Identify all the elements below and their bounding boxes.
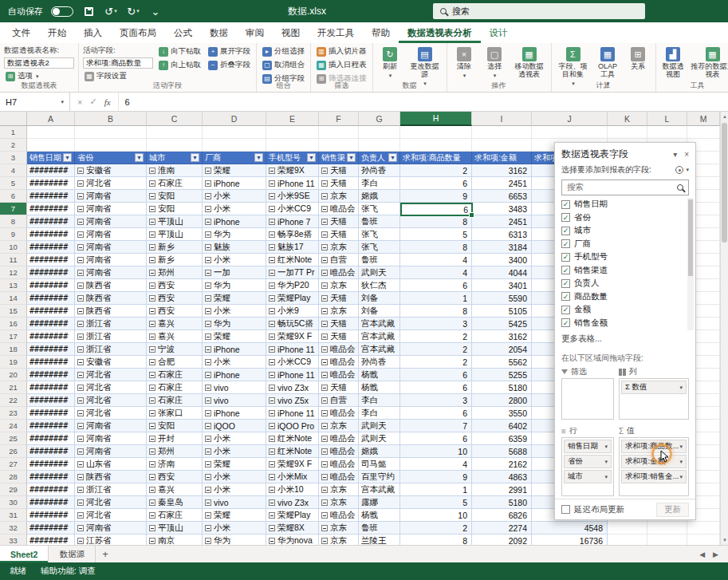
collapse-icon[interactable] — [321, 474, 328, 480]
cell-A27[interactable]: ######## — [27, 458, 75, 471]
cell-E33[interactable]: 华为nova — [266, 535, 319, 545]
cell-I21[interactable]: 5180 — [472, 381, 532, 394]
cell-H1[interactable] — [400, 126, 472, 139]
cell-B27[interactable]: 山东省 — [75, 458, 147, 471]
cell-H30[interactable]: 5 — [400, 496, 472, 509]
collapse-icon[interactable] — [77, 436, 84, 442]
collapse-icon[interactable] — [149, 206, 155, 212]
cell-L33[interactable] — [647, 535, 687, 545]
collapse-icon[interactable] — [269, 410, 275, 416]
cell-D13[interactable]: 华为 — [203, 279, 266, 292]
collapse-icon[interactable] — [321, 193, 328, 199]
collapse-icon[interactable] — [149, 410, 155, 416]
cell-I26[interactable]: 5688 — [472, 445, 532, 458]
cell-I10[interactable]: 3184 — [472, 241, 532, 254]
cell-E17[interactable]: 荣耀9X F — [266, 330, 319, 343]
filter-dropdown-icon[interactable]: ▼ — [347, 153, 356, 162]
cell-B4[interactable]: 安徽省 — [75, 164, 147, 177]
cell-E27[interactable]: 荣耀9X F — [266, 458, 319, 471]
collapse-icon[interactable] — [149, 525, 155, 531]
cell-C15[interactable]: 西安 — [147, 305, 203, 318]
cell-H5[interactable]: 6 — [400, 177, 472, 190]
checkbox-checked-icon[interactable]: ✓ — [561, 318, 570, 327]
cell-D9[interactable]: 华为 — [203, 228, 266, 241]
cell-C4[interactable]: 淮南 — [147, 164, 203, 177]
collapse-icon[interactable] — [269, 499, 275, 506]
cell-F24[interactable]: 京东 — [319, 420, 359, 432]
collapse-icon[interactable] — [269, 385, 275, 391]
collapse-icon[interactable] — [77, 410, 84, 416]
collapse-icon[interactable] — [269, 397, 275, 404]
row-header-14[interactable]: 14 — [0, 292, 27, 305]
field-item-商品数量[interactable]: ✓商品数量 — [561, 290, 684, 304]
collapse-icon[interactable] — [205, 359, 211, 365]
cell-F32[interactable]: 京东 — [319, 522, 359, 535]
cell-A22[interactable]: ######## — [27, 394, 75, 407]
collapse-icon[interactable] — [269, 193, 275, 199]
defer-layout-checkbox[interactable] — [561, 505, 570, 514]
cell-D27[interactable]: 荣耀 — [203, 458, 266, 471]
cell-D32[interactable]: 小米 — [203, 522, 266, 535]
cell-H17[interactable]: 2 — [400, 330, 472, 343]
cell-I4[interactable]: 3162 — [472, 164, 532, 177]
collapse-icon[interactable] — [77, 193, 84, 199]
collapse-icon[interactable] — [321, 461, 328, 468]
field-item-销售金额[interactable]: ✓销售金额 — [561, 317, 684, 330]
cell-F22[interactable]: 自营 — [319, 394, 359, 407]
more-tables-link[interactable]: 更多表格... — [555, 330, 695, 348]
cell-A12[interactable]: ######## — [27, 266, 75, 279]
collapse-icon[interactable] — [321, 372, 328, 378]
collapse-icon[interactable] — [269, 321, 275, 327]
cell-B21[interactable]: 河北省 — [75, 381, 147, 394]
gear-icon[interactable] — [675, 166, 683, 174]
row-header-25[interactable]: 25 — [0, 432, 27, 445]
filter-dropdown-icon[interactable]: ▼ — [135, 153, 144, 162]
pivot-header-cell-D[interactable]: 厂商▼ — [203, 152, 266, 164]
filter-dropdown-icon[interactable]: ▼ — [307, 153, 316, 162]
area-field-chip[interactable]: 销售日期▾ — [564, 440, 612, 453]
cell-H18[interactable]: 2 — [400, 343, 472, 356]
filter-dropdown-icon[interactable]: ▼ — [191, 153, 199, 162]
insert-timeline-button[interactable]: ▦插入日程表 — [315, 59, 368, 71]
cell-C12[interactable]: 郑州 — [147, 266, 203, 279]
selected-cell[interactable]: 6 — [400, 203, 473, 216]
recommended-pivottables-button[interactable]: ▦推荐的数据透视表 — [691, 45, 728, 81]
checkbox-checked-icon[interactable]: ✓ — [561, 200, 570, 209]
cell-F17[interactable]: 天猫 — [319, 330, 359, 343]
cell-F33[interactable]: 京东 — [319, 535, 359, 545]
cell-D18[interactable]: iPhone — [203, 343, 266, 356]
cell-F13[interactable]: 京东 — [319, 279, 359, 292]
cell-A31[interactable]: ######## — [27, 509, 75, 522]
row-header-17[interactable]: 17 — [0, 330, 27, 343]
cell-D5[interactable]: iPhone — [203, 177, 266, 190]
scrollbar-thumb[interactable] — [722, 123, 727, 243]
cell-C29[interactable]: 嘉兴 — [147, 483, 203, 496]
column-header-K[interactable]: K — [608, 112, 647, 126]
cell-B33[interactable]: 江苏省 — [75, 535, 147, 545]
collapse-icon[interactable] — [149, 397, 155, 404]
cell-C11[interactable]: 新乡 — [147, 254, 203, 266]
checkbox-checked-icon[interactable]: ✓ — [561, 227, 570, 235]
collapse-icon[interactable] — [321, 231, 328, 238]
enter-icon[interactable]: ✓ — [89, 97, 96, 107]
cell-G22[interactable]: 李白 — [359, 394, 400, 407]
collapse-icon[interactable] — [149, 448, 155, 455]
cell-C25[interactable]: 开封 — [147, 432, 203, 445]
cell-B17[interactable]: 浙江省 — [75, 330, 147, 343]
cell-G13[interactable]: 狄仁杰 — [359, 279, 400, 292]
collapse-icon[interactable] — [205, 231, 211, 238]
collapse-icon[interactable] — [77, 219, 84, 225]
expand-field-button[interactable]: +展开字段 — [207, 45, 252, 57]
collapse-icon[interactable] — [205, 448, 211, 455]
row-header-27[interactable]: 27 — [0, 458, 27, 471]
checkbox-checked-icon[interactable]: ✓ — [561, 253, 570, 262]
checkbox-checked-icon[interactable]: ✓ — [561, 239, 570, 248]
tab-文件[interactable]: 文件 — [3, 22, 39, 43]
cell-C22[interactable]: 石家庄 — [147, 394, 203, 407]
cell-I13[interactable]: 3401 — [472, 279, 532, 292]
add-sheet-button[interactable]: + — [96, 546, 115, 562]
cell-F4[interactable]: 天猫 — [319, 164, 359, 177]
cell-C9[interactable]: 平顶山 — [147, 228, 203, 241]
fields-scrollbar[interactable] — [687, 198, 694, 330]
rows-area[interactable]: 销售日期▾省份▾城市▾ — [561, 437, 614, 496]
